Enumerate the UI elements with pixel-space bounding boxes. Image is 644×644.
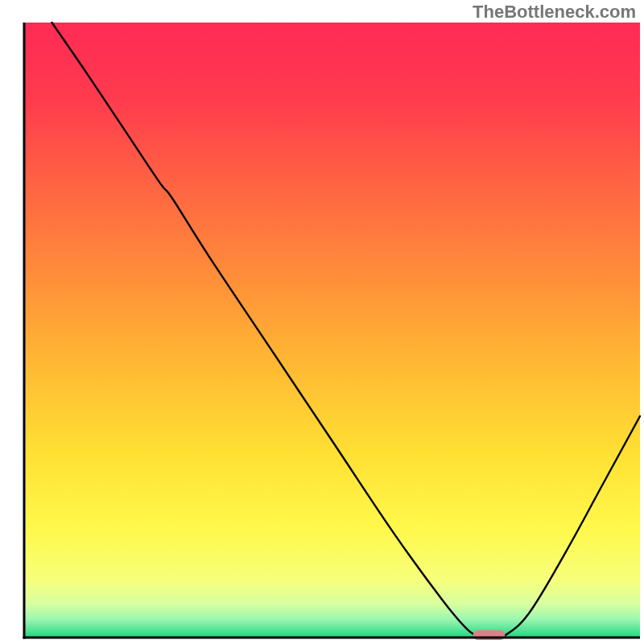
chart-svg: [0, 0, 644, 644]
watermark-text: TheBottleneck.com: [473, 2, 636, 23]
gradient-background: [24, 23, 640, 638]
plot-area: [23, 23, 641, 640]
bottleneck-chart: TheBottleneck.com: [0, 0, 644, 644]
